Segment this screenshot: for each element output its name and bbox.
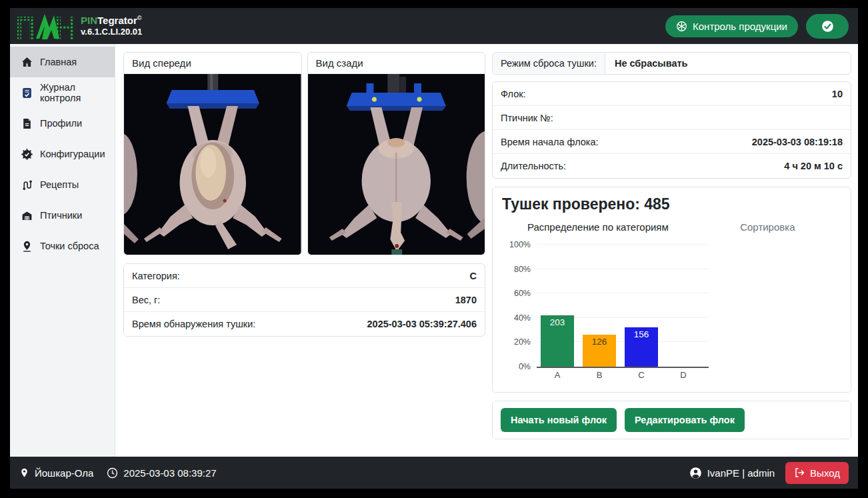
main-content: Вид спереди bbox=[115, 44, 858, 457]
row-label: Время обнаружения тушки: bbox=[132, 319, 255, 329]
brand: PINTegrator© v.6.1.C.LI.20.01 bbox=[17, 12, 142, 40]
table-row: Вес, г: 1870 bbox=[124, 288, 485, 312]
screen-frame: PINTegrator© v.6.1.C.LI.20.01 Контроль п… bbox=[0, 0, 868, 498]
brand-text: PINTegrator© v.6.1.C.LI.20.01 bbox=[81, 15, 142, 38]
status-ok-button[interactable] bbox=[806, 14, 849, 39]
user-label: IvanPE | admin bbox=[707, 467, 775, 479]
row-label: Флок: bbox=[501, 89, 526, 99]
row-value: 2025-03-03 08:19:18 bbox=[752, 137, 843, 147]
sidebar-item-label: Главная bbox=[40, 57, 77, 67]
bar-B: 126 bbox=[583, 335, 616, 367]
table-row: Время начала флока: 2025-03-03 08:19:18 bbox=[493, 130, 851, 154]
sidebar-item-profiles[interactable]: Профили bbox=[10, 108, 115, 139]
tab-category-distribution[interactable]: Распределение по категориям bbox=[502, 221, 694, 233]
rear-view-title: Вид сзади bbox=[308, 53, 485, 74]
datetime-group: 2025-03-03 08:39:27 bbox=[107, 467, 216, 479]
logout-icon bbox=[794, 467, 805, 478]
table-row: Флок: 10 bbox=[493, 82, 851, 106]
front-view-title: Вид спереди bbox=[124, 53, 301, 74]
row-value: 4 ч 20 м 10 с bbox=[784, 161, 843, 171]
sidebar-item-label: Точки сброса bbox=[40, 241, 99, 251]
sidebar-item-label: Журнал контроля bbox=[40, 82, 115, 103]
sidebar-item-label: Конфигурации bbox=[40, 149, 105, 159]
bottom-bar: Йошкар-Ола 2025-03-03 08:39:27 IvanPE | … bbox=[10, 457, 858, 489]
sidebar-item-configurations[interactable]: Конфигурации bbox=[10, 139, 115, 169]
bar-A: 203 bbox=[541, 315, 574, 367]
pin-logo-icon bbox=[17, 12, 74, 40]
front-view-card: Вид спереди bbox=[123, 52, 302, 255]
production-control-button[interactable]: Контроль продукции bbox=[665, 15, 798, 37]
file-icon bbox=[21, 118, 33, 129]
production-control-label: Контроль продукции bbox=[693, 21, 787, 32]
front-view-image bbox=[124, 74, 301, 255]
bar-C: 156 bbox=[625, 327, 658, 367]
rear-view-image bbox=[308, 74, 485, 255]
row-value: 2025-03-03 05:39:27.406 bbox=[367, 319, 477, 329]
drop-mode-value: Не сбрасывать bbox=[605, 53, 697, 74]
user-group: IvanPE | admin bbox=[689, 467, 775, 479]
sidebar-item-label: Рецепты bbox=[40, 179, 79, 190]
row-value: 1870 bbox=[455, 295, 477, 305]
row-label: Птичник №: bbox=[501, 113, 553, 123]
location-pin-icon bbox=[19, 467, 29, 479]
checked-total-title: Тушек проверено: 485 bbox=[502, 195, 841, 213]
row-value: C bbox=[470, 271, 477, 281]
row-label: Категория: bbox=[132, 271, 180, 281]
sidebar-item-recipes[interactable]: Рецепты bbox=[10, 169, 115, 200]
stats-card: Тушек проверено: 485 Распределение по ка… bbox=[492, 187, 851, 393]
table-row: Птичник №: bbox=[493, 106, 851, 130]
drop-point-icon bbox=[21, 241, 33, 252]
drop-mode-bar: Режим сброса тушки: Не сбрасывать bbox=[492, 52, 851, 75]
app-window: PINTegrator© v.6.1.C.LI.20.01 Контроль п… bbox=[10, 8, 858, 489]
sidebar-item-label: Профили bbox=[40, 118, 82, 129]
top-bar: PINTegrator© v.6.1.C.LI.20.01 Контроль п… bbox=[10, 8, 858, 44]
barn-icon bbox=[21, 210, 33, 221]
app-version: v.6.1.C.LI.20.01 bbox=[81, 27, 142, 37]
route-icon bbox=[21, 179, 33, 191]
rear-view-card: Вид сзади bbox=[307, 52, 486, 255]
flock-info-table: Флок: 10 Птичник №: Время начала флока: … bbox=[492, 81, 851, 179]
current-datetime: 2025-03-03 08:39:27 bbox=[123, 467, 216, 479]
table-row: Категория: C bbox=[124, 264, 485, 288]
row-label: Время начала флока: bbox=[501, 137, 599, 147]
row-label: Вес, г: bbox=[132, 295, 160, 305]
app-title: PINTegrator© bbox=[81, 15, 142, 27]
carcass-info-table: Категория: C Вес, г: 1870 Время обнаруже… bbox=[123, 263, 485, 337]
sidebar-item-label: Птичники bbox=[40, 210, 82, 221]
stats-tabs: Распределение по категориям Сортировка bbox=[502, 221, 841, 233]
journal-check-icon bbox=[21, 87, 33, 99]
patch-check-icon bbox=[21, 149, 33, 160]
sidebar-item-home[interactable]: Главная bbox=[10, 47, 115, 77]
table-row: Время обнаружения тушки: 2025-03-03 05:3… bbox=[124, 312, 485, 336]
user-icon bbox=[689, 467, 702, 479]
drop-mode-label: Режим сброса тушки: bbox=[493, 53, 605, 74]
bar-chart-plot: 0%20%40%60%80%100%203A126B156CD bbox=[537, 245, 709, 368]
aperture-icon bbox=[676, 21, 687, 32]
edit-flock-button[interactable]: Редактировать флок bbox=[625, 408, 745, 432]
sidebar-item-control-journal[interactable]: Журнал контроля bbox=[10, 77, 115, 108]
tab-sorting[interactable]: Сортировка bbox=[694, 221, 841, 233]
table-row: Длительность: 4 ч 20 м 10 с bbox=[493, 154, 851, 178]
home-icon bbox=[21, 57, 33, 68]
sidebar-item-drop-points[interactable]: Точки сброса bbox=[10, 231, 115, 261]
logout-label: Выход bbox=[810, 467, 840, 479]
location-group: Йошкар-Ола bbox=[19, 467, 93, 479]
start-new-flock-button[interactable]: Начать новый флок bbox=[501, 408, 617, 432]
flock-actions-card: Начать новый флок Редактировать флок bbox=[492, 401, 851, 439]
check-circle-icon bbox=[821, 20, 834, 33]
row-value: 10 bbox=[832, 89, 843, 99]
location-label: Йошкар-Ола bbox=[35, 467, 93, 479]
row-label: Длительность: bbox=[501, 161, 566, 171]
logout-button[interactable]: Выход bbox=[785, 462, 849, 484]
sidebar-item-poultry-houses[interactable]: Птичники bbox=[10, 200, 115, 231]
sidebar: Главная Журнал контроля Профили bbox=[10, 44, 115, 457]
clock-icon bbox=[107, 467, 118, 479]
